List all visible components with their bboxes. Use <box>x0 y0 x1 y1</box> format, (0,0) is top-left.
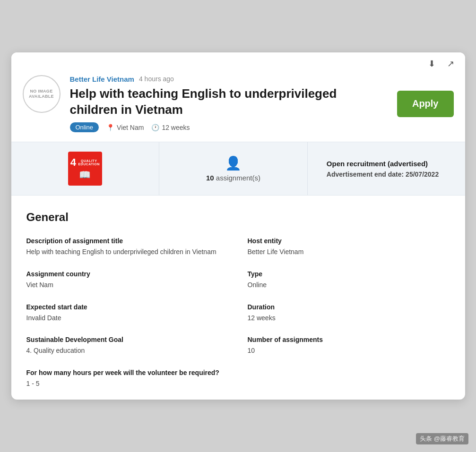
field-label: Assignment country <box>26 270 229 278</box>
assignments-count: 10 assignment(s) <box>206 174 260 182</box>
sdg-cell: 4 QUALITY EDUCATION 📖 <box>11 142 160 195</box>
time-ago: 4 hours ago <box>139 75 174 83</box>
field-label: Type <box>248 270 450 278</box>
apply-button[interactable]: Apply <box>397 91 454 117</box>
header-section: NO IMAGE AVAILABLE Better Life Vietnam 4… <box>11 75 465 142</box>
field-value: Help with teaching English to underprivi… <box>26 247 229 257</box>
advertisement-end-label: Advertisement end date: 25/07/2022 <box>327 171 439 178</box>
field-group: Expected start dateInvalid Date <box>26 303 229 323</box>
recruitment-title: Open recruitment (advertised) <box>327 160 428 168</box>
share-icon[interactable]: ↗ <box>444 57 458 70</box>
field-value: 1 - 5 <box>26 379 229 389</box>
empty-cell <box>248 369 450 389</box>
field-label: Duration <box>248 303 450 311</box>
stats-bar: 4 QUALITY EDUCATION 📖 👤 10 assignment(s)… <box>11 142 465 196</box>
field-group: Description of assignment titleHelp with… <box>26 237 229 257</box>
badges: Online 📍 Viet Nam 🕐 12 weeks <box>70 122 388 132</box>
field-label: Number of assignments <box>248 336 450 343</box>
download-icon[interactable]: ⬇ <box>425 57 439 70</box>
field-value: Invalid Date <box>26 314 229 323</box>
toolbar: ⬇ ↗ <box>11 52 465 75</box>
org-line: Better Life Vietnam 4 hours ago <box>70 75 388 83</box>
main-card: ⬇ ↗ NO IMAGE AVAILABLE Better Life Vietn… <box>11 52 465 400</box>
recruitment-cell: Open recruitment (advertised) Advertisem… <box>308 142 465 195</box>
sdg-icon: 4 QUALITY EDUCATION 📖 <box>68 152 102 186</box>
online-badge: Online <box>70 122 99 132</box>
field-group: For how many hours per week will the vol… <box>26 369 229 389</box>
field-label: Sustainable Development Goal <box>26 336 229 343</box>
header-content: Better Life Vietnam 4 hours ago Help wit… <box>70 75 388 133</box>
fields-grid: Description of assignment titleHelp with… <box>26 237 450 388</box>
sdg-label-line2: EDUCATION <box>78 162 100 166</box>
section-title: General <box>26 211 450 224</box>
field-value: 10 <box>248 346 450 356</box>
field-group: Assignment countryViet Nam <box>26 270 229 290</box>
duration-badge: 🕐 12 weeks <box>151 124 190 131</box>
field-group: Host entityBetter Life Vietnam <box>248 237 450 257</box>
field-label: Description of assignment title <box>26 237 229 245</box>
location-text: Viet Nam <box>117 124 144 131</box>
field-group: Number of assignments10 <box>248 336 450 356</box>
field-label: Host entity <box>248 237 450 245</box>
recruitment-date: Advertisement end date: 25/07/2022 <box>327 171 439 178</box>
field-value: Better Life Vietnam <box>248 247 450 257</box>
sdg-book-icon: 📖 <box>79 169 91 180</box>
field-value: Viet Nam <box>26 281 229 290</box>
watermark: 头条 @藤睿教育 <box>416 433 468 444</box>
sdg-number: 4 <box>70 157 77 168</box>
field-value: 4. Quality education <box>26 346 229 356</box>
field-label: For how many hours per week will the vol… <box>26 369 229 376</box>
person-icon: 👤 <box>225 155 242 171</box>
job-title: Help with teaching English to underprivi… <box>70 86 388 118</box>
assignments-cell: 👤 10 assignment(s) <box>159 142 308 195</box>
org-name[interactable]: Better Life Vietnam <box>70 75 134 83</box>
location-badge: 📍 Viet Nam <box>106 124 144 131</box>
field-value: Online <box>248 281 450 290</box>
location-pin-icon: 📍 <box>106 124 114 131</box>
field-group: Sustainable Development Goal4. Quality e… <box>26 336 229 356</box>
field-group: TypeOnline <box>248 270 450 290</box>
field-value: 12 weeks <box>248 314 450 323</box>
general-section: General Description of assignment titleH… <box>11 196 465 400</box>
sdg-label-line1: QUALITY <box>78 159 100 163</box>
clock-icon: 🕐 <box>151 124 159 131</box>
duration-text: 12 weeks <box>162 124 190 131</box>
org-logo: NO IMAGE AVAILABLE <box>23 75 61 113</box>
field-label: Expected start date <box>26 303 229 311</box>
field-group: Duration12 weeks <box>248 303 450 323</box>
